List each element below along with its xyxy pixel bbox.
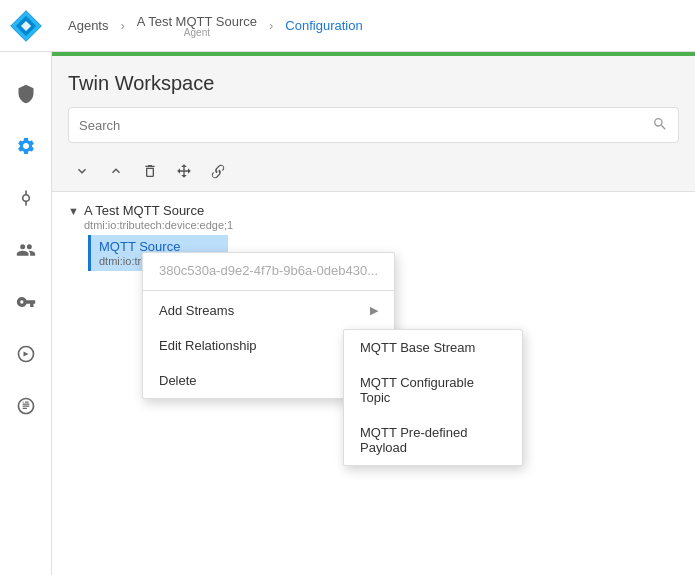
sidebar (0, 0, 52, 575)
tree-node-title: A Test MQTT Source (84, 203, 204, 218)
main-content: Agents › A Test MQTT Source Agent › Conf… (52, 0, 695, 575)
sidebar-item-security[interactable] (4, 72, 48, 116)
submenu: MQTT Base Stream MQTT Configurable Topic… (343, 329, 523, 466)
tree-node-header[interactable]: ▼ A Test MQTT Source (68, 203, 679, 218)
edit-relationship-label: Edit Relationship (159, 338, 257, 353)
sidebar-item-users[interactable] (4, 228, 48, 272)
submenu-item-mqtt-configurable[interactable]: MQTT Configurable Topic (344, 365, 522, 415)
tree-node-dtmi: dtmi:io:tributech:device:edge;1 (68, 219, 679, 231)
breadcrumb-source-container: A Test MQTT Source Agent (137, 14, 257, 38)
context-menu: 380c530a-d9e2-4f7b-9b6a-0deb430... Add S… (142, 252, 395, 399)
topbar: Agents › A Test MQTT Source Agent › Conf… (52, 0, 695, 52)
tree-content: ▼ A Test MQTT Source dtmi:io:tributech:d… (52, 192, 695, 575)
context-menu-overlay: 380c530a-d9e2-4f7b-9b6a-0deb430... Add S… (142, 252, 395, 399)
logo[interactable] (0, 0, 52, 52)
context-menu-id: 380c530a-d9e2-4f7b-9b6a-0deb430... (143, 253, 394, 288)
breadcrumb-sep-1: › (120, 18, 124, 33)
add-streams-label: Add Streams (159, 303, 234, 318)
sidebar-item-settings[interactable] (4, 124, 48, 168)
sidebar-item-integrations[interactable] (4, 332, 48, 376)
breadcrumb-current: Configuration (285, 18, 362, 33)
expand-button[interactable] (68, 157, 96, 185)
search-icon (652, 116, 668, 135)
toolbar (52, 151, 695, 192)
link-button[interactable] (204, 157, 232, 185)
submenu-item-mqtt-base[interactable]: MQTT Base Stream (344, 330, 522, 365)
collapse-button[interactable] (102, 157, 130, 185)
search-input[interactable] (79, 118, 652, 133)
context-menu-add-streams[interactable]: Add Streams ▶ MQTT Base Stream MQTT Conf… (143, 293, 394, 328)
sidebar-nav (0, 52, 51, 428)
submenu-item-mqtt-predefined[interactable]: MQTT Pre-defined Payload (344, 415, 522, 465)
context-menu-id-text: 380c530a-d9e2-4f7b-9b6a-0deb430... (159, 263, 378, 278)
sidebar-item-monitoring[interactable] (4, 384, 48, 428)
sidebar-item-key[interactable] (4, 280, 48, 324)
logo-icon (9, 9, 43, 43)
context-menu-divider-1 (143, 290, 394, 291)
delete-label: Delete (159, 373, 197, 388)
submenu-arrow-icon: ▶ (370, 304, 378, 317)
workspace-header: Twin Workspace (52, 56, 695, 151)
sidebar-item-flow[interactable] (4, 176, 48, 220)
breadcrumb-agent-label: Agent (184, 27, 210, 38)
breadcrumb-agents[interactable]: Agents (68, 18, 108, 33)
tree-arrow-icon: ▼ (68, 205, 80, 217)
search-bar (68, 107, 679, 143)
workspace-title: Twin Workspace (68, 72, 679, 95)
breadcrumb-sep-2: › (269, 18, 273, 33)
move-button[interactable] (170, 157, 198, 185)
delete-button[interactable] (136, 157, 164, 185)
